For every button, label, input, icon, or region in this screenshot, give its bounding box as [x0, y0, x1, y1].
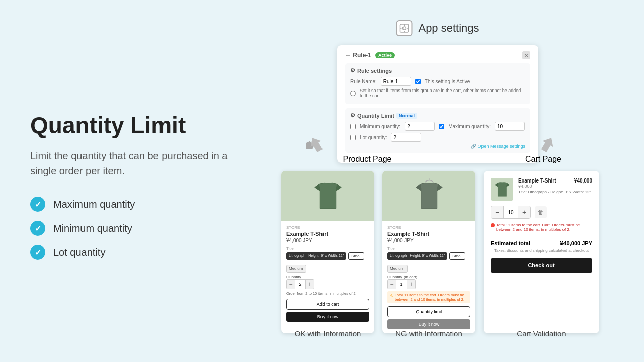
quantity-limit-title-row: ⚙ Quantity Limit Normal — [350, 112, 525, 119]
active-checkbox[interactable] — [415, 79, 421, 84]
ng-quantity-row: − + — [387, 279, 470, 289]
quantity-limit-label: Quantity Limit — [357, 113, 394, 119]
close-icon[interactable]: ✕ — [522, 51, 530, 59]
ng-qty-label: Quantity (in cart): — [387, 275, 470, 279]
left-panel: Quantity Limit Limit the quantity that c… — [30, 20, 242, 342]
settings-card-header: ← Rule-1 Active ✕ — [345, 51, 530, 59]
app-settings-header: App settings — [396, 20, 479, 36]
active-badge: Active — [375, 52, 395, 58]
products-row: STORE Example T-Shirt ¥4,000 JPY Title L… — [257, 171, 624, 333]
ng-tshirt-icon — [412, 176, 447, 216]
rule-name-row: Rule Name: This setting is Active — [350, 77, 525, 86]
ng-label: NG with Information — [382, 329, 475, 338]
ok-qty-value[interactable] — [295, 280, 306, 289]
ok-qty-decrease[interactable]: − — [287, 280, 295, 289]
ok-product-image — [281, 171, 374, 221]
ng-qty-value[interactable] — [396, 280, 407, 289]
page-title: Quantity Limit — [30, 112, 242, 139]
cart-item-row: Example T-Shirt ¥40,000 ¥4,000 Title: Li… — [491, 178, 592, 201]
arrow-left-wrapper — [270, 135, 363, 155]
ok-title-label: Title — [286, 246, 369, 251]
ok-tshirt-icon — [310, 176, 346, 216]
ng-variant-medium: Medium — [387, 265, 408, 273]
feature-lot-qty: Lot quantity — [30, 245, 242, 260]
ok-store-label: STORE — [286, 225, 369, 230]
cart-qty-row: − + 🗑 — [491, 206, 592, 219]
cart-item-name: Example T-Shirt — [518, 178, 556, 184]
mutex-radio[interactable] — [350, 90, 356, 96]
feature-lot-qty-label: Lot quantity — [53, 247, 105, 258]
ok-qty-stepper: − + — [286, 279, 314, 289]
check-icon-max — [30, 197, 45, 212]
mutex-label: Set it so that if items from this group … — [360, 88, 525, 98]
ng-variant-tags: Lithograph - Height: 9" x Width: 12" Sma… — [387, 252, 470, 260]
rule-settings-section: ⚙ Rule settings Rule Name: This setting … — [345, 63, 530, 104]
ok-variant-1[interactable]: Lithograph - Height: 9" x Width: 12" — [286, 252, 346, 260]
cart-estimated-label: Estimated total — [491, 240, 530, 246]
ok-product-price: ¥4,000 JPY — [286, 238, 369, 243]
ng-title-label: Title — [387, 246, 470, 251]
min-qty-input[interactable] — [405, 122, 435, 131]
ok-buy-now-button[interactable]: Buy it now — [286, 312, 369, 322]
min-qty-label: Minimum quantity: — [360, 124, 400, 129]
ok-info-text: Order from 2 to 10 items, in multiples o… — [286, 291, 369, 296]
cart-error-dot — [491, 223, 495, 227]
ok-qty-label: Quantity — [286, 275, 369, 279]
ok-product-name: Example T-Shirt — [286, 231, 369, 237]
ok-qty-increase[interactable]: + — [306, 280, 314, 289]
ok-variant-tags: Lithograph - Height: 9" x Width: 12" Sma… — [286, 252, 369, 260]
cart-qty-decrease[interactable]: − — [491, 206, 503, 218]
ng-product-name: Example T-Shirt — [387, 231, 470, 237]
ng-product-card: STORE Example T-Shirt ¥4,000 JPY Title L… — [382, 171, 475, 333]
ng-store-label: STORE — [387, 225, 470, 230]
right-panel: App settings ← Rule-1 Active ✕ ⚙ Rule se… — [262, 20, 614, 342]
max-qty-input[interactable] — [495, 122, 525, 131]
rule-name-label: Rule Name: — [350, 79, 377, 84]
arrow-right-icon — [537, 135, 557, 155]
ng-qty-increase[interactable]: + — [407, 280, 415, 289]
ng-product-body: STORE Example T-Shirt ¥4,000 JPY Title L… — [382, 221, 475, 333]
ok-variant-medium: Medium — [286, 265, 306, 273]
arrow-middle-spacer — [380, 135, 473, 155]
ng-warning-text: ⚠ Total 11 items to the cart. Orders mus… — [387, 291, 470, 303]
mutex-row: Set it so that if items from this group … — [350, 88, 525, 98]
warn-icon: ⚠ — [389, 293, 393, 298]
rule-settings-title: ⚙ Rule settings — [350, 67, 525, 74]
cart-divider — [491, 236, 592, 236]
ok-label: OK with Information — [281, 329, 374, 338]
cart-page-label: Cart Page — [486, 155, 601, 164]
min-qty-checkbox[interactable] — [350, 124, 356, 129]
check-icon-lot — [30, 245, 45, 260]
cart-validation-card: Example T-Shirt ¥40,000 ¥4,000 Title: Li… — [484, 171, 599, 333]
max-qty-label: Maximum quantity: — [448, 124, 491, 129]
settings-gear-icon — [399, 23, 409, 33]
rule-name-input[interactable] — [381, 77, 411, 86]
cart-delete-icon[interactable]: 🗑 — [535, 206, 547, 218]
cart-qty-increase[interactable]: + — [518, 206, 530, 218]
back-link[interactable]: ← Rule-1 — [345, 52, 371, 59]
bottom-labels: OK with Information NG with Information … — [257, 329, 624, 338]
page-description: Limit the quantity that can be purchased… — [30, 148, 242, 178]
ok-variant-2[interactable]: Small — [348, 252, 364, 260]
ng-variant-2[interactable]: Small — [449, 252, 465, 260]
feature-max-qty-label: Maximum quantity — [53, 199, 135, 210]
ng-qty-stepper: − + — [387, 279, 416, 289]
cart-qty-stepper: − + — [491, 206, 531, 219]
normal-badge: Normal — [396, 113, 417, 119]
cart-label: Cart Validation — [484, 329, 599, 338]
ok-product-body: STORE Example T-Shirt ¥4,000 JPY Title L… — [281, 221, 374, 326]
feature-min-qty: Minimum quantity — [30, 221, 242, 236]
cart-item-details: Example T-Shirt ¥40,000 ¥4,000 Title: Li… — [518, 178, 592, 201]
ok-add-to-cart-button[interactable]: Add to cart — [286, 299, 369, 310]
checkout-button[interactable]: Check out — [491, 258, 592, 273]
cart-qty-value[interactable] — [503, 206, 518, 218]
ng-variant-1[interactable]: Lithograph - Height: 9" x Width: 12" — [387, 252, 447, 260]
max-qty-checkbox[interactable] — [439, 124, 444, 129]
app-settings-title: App settings — [418, 22, 479, 35]
ng-qty-decrease[interactable]: − — [388, 280, 396, 289]
ng-qty-limit-button[interactable]: Quantity limit — [387, 306, 470, 317]
ng-buy-now-button[interactable]: Buy it now — [387, 319, 470, 329]
cart-item-orig-price: ¥4,000 — [518, 184, 592, 189]
cart-taxes-note: Taxes, discounts and shipping calculated… — [491, 248, 592, 253]
cart-item-price-main: ¥40,000 — [574, 178, 592, 184]
